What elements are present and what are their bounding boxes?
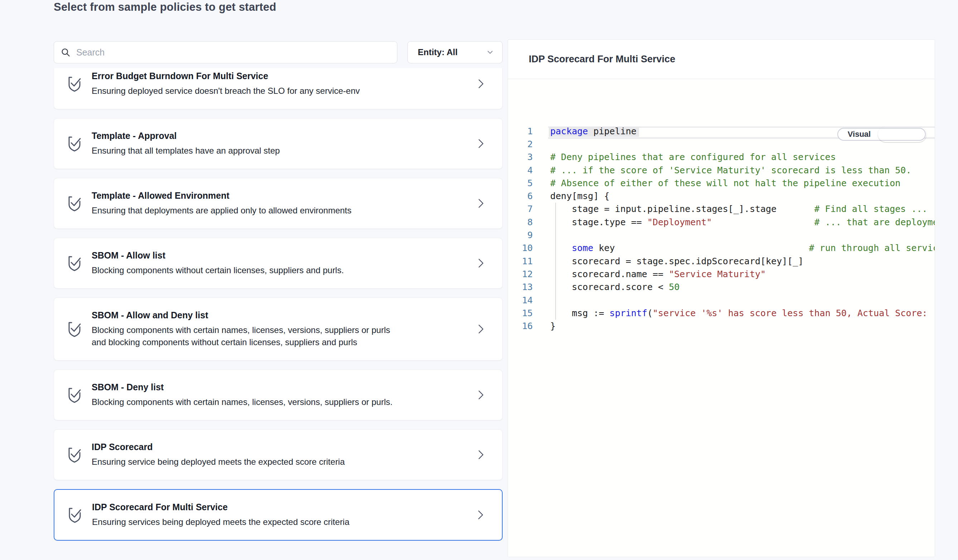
code-editor[interactable]: 1package pipeline23# Deny pipelines that… <box>508 79 935 557</box>
policy-title: Template - Allowed Environment <box>92 190 400 201</box>
code-line: 11 scorecard = stage.spec.idpScorecard[k… <box>508 255 935 268</box>
code-line: 12 scorecard.name == "Service Maturity" <box>508 268 935 280</box>
policy-card[interactable]: SBOM - Allow listBlocking components wit… <box>54 238 503 289</box>
code-lines: 1package pipeline23# Deny pipelines that… <box>508 125 935 333</box>
code-line: 6deny[msg] { <box>508 189 935 202</box>
code-line: 10 some key # run through all services <box>508 242 935 255</box>
code-token: } <box>550 321 556 331</box>
policy-description: Blocking components with certain names, … <box>92 324 400 348</box>
sample-policies-screen: Select from sample policies to get start… <box>0 0 958 560</box>
policy-description: Ensuring services being deployed meets t… <box>92 516 400 528</box>
code-token: msg := <box>550 308 610 318</box>
line-number: 15 <box>508 308 533 318</box>
line-number: 4 <box>508 165 533 175</box>
code-text: } <box>533 321 556 331</box>
policy-description: Ensuring that all templates have an appr… <box>92 144 400 157</box>
search-input[interactable] <box>76 47 390 58</box>
line-number: 9 <box>508 230 533 240</box>
search-box[interactable] <box>54 41 397 63</box>
shield-check-icon <box>67 446 82 463</box>
entity-filter-label: Entity: All <box>418 47 457 57</box>
chevron-right-icon[interactable] <box>476 390 486 400</box>
policy-title: SBOM - Allow list <box>92 250 400 261</box>
line-number: 6 <box>508 191 533 201</box>
toggle-rego[interactable]: Rego <box>878 126 926 142</box>
code-line: 7 stage = input.pipeline.stages[_].stage… <box>508 203 935 216</box>
policy-title: Template - Approval <box>92 130 400 141</box>
policy-card[interactable]: Template - Allowed EnvironmentEnsuring t… <box>54 178 503 229</box>
code-text: scorecard = stage.spec.idpScorecard[key]… <box>533 256 803 267</box>
list-controls: Entity: All <box>54 41 503 63</box>
code-text: msg := sprintf("service '%s' has score l… <box>533 308 935 318</box>
policy-card-text: Error Budget Burndown For Multi ServiceE… <box>92 71 400 97</box>
line-number: 1 <box>508 126 533 136</box>
code-token: stage = input.pipeline.stages[_].stage <box>550 204 777 214</box>
code-text: deny[msg] { <box>533 191 610 201</box>
shield-check-icon <box>67 135 82 152</box>
line-number: 16 <box>508 321 533 331</box>
code-token: "Service Maturity" <box>669 269 766 279</box>
chevron-right-icon[interactable] <box>476 198 486 209</box>
policy-title: IDP Scorecard <box>92 441 400 452</box>
shield-check-icon <box>67 506 83 524</box>
code-token <box>712 217 814 227</box>
entity-filter-dropdown[interactable]: Entity: All <box>408 41 503 63</box>
code-token: some <box>572 243 593 253</box>
code-token: # Deny pipelines that are configured for… <box>550 152 836 162</box>
code-text: scorecard.name == "Service Maturity" <box>533 269 766 279</box>
shield-check-icon <box>67 255 82 272</box>
code-token: # Find all stages ... <box>814 204 928 214</box>
code-text: stage = input.pipeline.stages[_].stage #… <box>533 204 928 214</box>
line-number: 2 <box>508 139 533 149</box>
shield-check-icon <box>67 320 82 338</box>
code-token: ( <box>647 308 653 318</box>
chevron-right-icon[interactable] <box>476 78 486 89</box>
code-token <box>615 243 809 253</box>
policy-card-text: IDP Scorecard For Multi ServiceEnsuring … <box>92 501 400 528</box>
shield-check-icon <box>67 386 82 403</box>
policy-card[interactable]: IDP Scorecard For Multi ServiceEnsuring … <box>54 489 503 541</box>
policy-card-text: Template - Allowed EnvironmentEnsuring t… <box>92 190 400 217</box>
policy-description: Ensuring deployed service doesn't breach… <box>92 85 400 97</box>
code-token <box>777 204 814 214</box>
code-text: scorecard.score < 50 <box>533 282 679 292</box>
detail-title: IDP Scorecard For Multi Service <box>529 54 675 65</box>
code-token: sprintf <box>610 308 647 318</box>
line-number: 11 <box>508 256 533 267</box>
code-line: 15 msg := sprintf("service '%s' has scor… <box>508 306 935 319</box>
chevron-right-icon[interactable] <box>476 258 486 268</box>
code-line: 13 scorecard.score < 50 <box>508 281 935 293</box>
policy-card[interactable]: IDP ScorecardEnsuring service being depl… <box>54 429 503 480</box>
policy-title: SBOM - Allow and Deny list <box>92 310 400 320</box>
code-text: some key # run through all services <box>533 243 935 253</box>
policy-detail-panel: IDP Scorecard For Multi Service 1package… <box>508 40 935 557</box>
code-line: 16} <box>508 319 935 332</box>
toggle-visual[interactable]: Visual <box>838 128 880 140</box>
line-number: 14 <box>508 295 533 305</box>
chevron-right-icon[interactable] <box>476 509 485 520</box>
chevron-right-icon[interactable] <box>476 138 486 149</box>
policy-card-text: SBOM - Deny listBlocking components with… <box>92 382 400 408</box>
code-token: package <box>550 126 588 136</box>
chevron-right-icon[interactable] <box>476 449 486 460</box>
chevron-right-icon[interactable] <box>476 324 486 335</box>
policy-title: Error Budget Burndown For Multi Service <box>92 71 400 81</box>
policy-card[interactable]: SBOM - Allow and Deny listBlocking compo… <box>54 298 503 360</box>
policy-title: IDP Scorecard For Multi Service <box>92 501 400 512</box>
policy-description: Ensuring service being deployed meets th… <box>92 456 400 468</box>
code-token: "Deployment" <box>647 217 712 227</box>
policy-card[interactable]: Template - ApprovalEnsuring that all tem… <box>54 118 503 169</box>
policy-card-text: SBOM - Allow and Deny listBlocking compo… <box>92 310 400 348</box>
line-number: 5 <box>508 178 533 188</box>
policy-description: Blocking components with certain names, … <box>92 396 400 408</box>
policy-card-text: Template - ApprovalEnsuring that all tem… <box>92 130 400 157</box>
code-token: scorecard.name == <box>550 269 669 279</box>
code-token: stage.type == <box>550 217 647 227</box>
policy-card[interactable]: Error Budget Burndown For Multi ServiceE… <box>54 68 503 109</box>
policy-card[interactable]: SBOM - Deny listBlocking components with… <box>54 370 503 420</box>
code-token: scorecard.score < <box>550 282 669 292</box>
line-number: 10 <box>508 243 533 253</box>
policy-description: Blocking components without certain lice… <box>92 264 400 276</box>
code-token: key <box>593 243 615 253</box>
view-toggle: Visual Rego <box>837 128 926 141</box>
